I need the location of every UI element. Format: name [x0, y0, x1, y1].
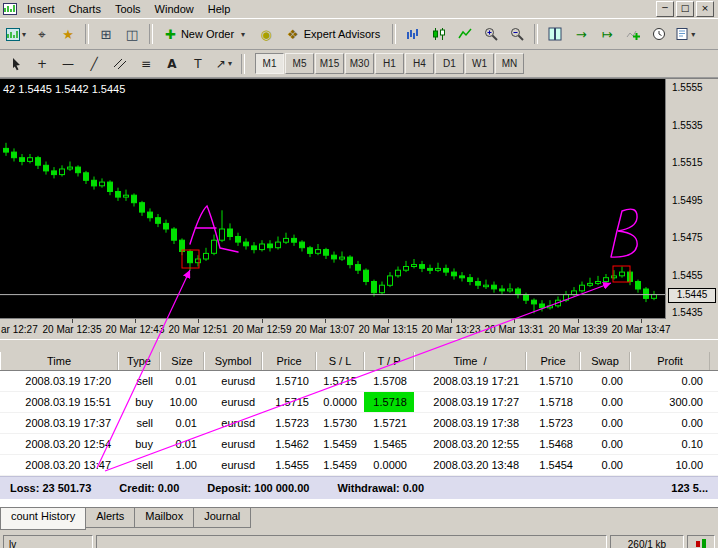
zoom-out-button[interactable] — [505, 22, 529, 46]
column-header-5[interactable]: S / L — [316, 352, 364, 370]
column-header-8[interactable]: Price — [526, 352, 580, 370]
candle-body — [436, 268, 441, 270]
tab-alerts[interactable]: Alerts — [85, 508, 135, 528]
panel-splitter[interactable] — [0, 339, 718, 352]
cell: 2008.03.19 15:51 — [0, 392, 118, 412]
chart-shift-button[interactable]: ↦ — [595, 22, 619, 46]
timeframe-h1-button[interactable]: H1 — [375, 53, 404, 74]
history-row[interactable]: 2008.03.19 17:37sell0.01eurusd1.57231.57… — [0, 413, 718, 434]
menu-window[interactable]: Window — [148, 2, 201, 16]
menu-help[interactable]: Help — [201, 2, 238, 16]
candle-body — [4, 148, 9, 152]
timeframe-d1-button[interactable]: D1 — [435, 53, 464, 74]
horizontal-line-tool-button[interactable]: — — [56, 54, 80, 74]
crosshair-tool-button[interactable]: + — [30, 54, 54, 74]
cell: 0.01 — [160, 371, 204, 391]
candle-body — [564, 295, 569, 301]
column-header-6[interactable]: T / P — [364, 352, 414, 370]
candle-body — [476, 282, 481, 286]
column-header-3[interactable]: Symbol — [204, 352, 262, 370]
column-header-0[interactable]: Time — [0, 352, 118, 370]
timeframe-m15-button[interactable]: M15 — [315, 53, 344, 74]
pointer-tool-button[interactable] — [4, 54, 28, 74]
cell: sell — [118, 413, 160, 433]
candle-body — [156, 218, 161, 224]
bar-chart-button[interactable] — [401, 22, 425, 46]
tile-windows-button[interactable] — [543, 22, 567, 46]
column-header-9[interactable]: Swap — [580, 352, 630, 370]
new-chart-button[interactable]: ▾ — [4, 22, 28, 46]
periods-button[interactable] — [647, 22, 671, 46]
cell: eurusd — [204, 455, 262, 475]
history-row[interactable]: 2008.03.20 13:47sell1.00eurusd1.54551.54… — [0, 455, 718, 476]
history-row[interactable]: 2008.03.20 12:54buy0.01eurusd1.54621.545… — [0, 434, 718, 455]
timeframe-m30-button[interactable]: M30 — [345, 53, 374, 74]
chart-window: 42 1.5445 1.5442 1.5445 1.54351.54551.54… — [0, 78, 718, 339]
templates-button[interactable]: ▾ — [673, 22, 697, 46]
fibonacci-retracement-tool-button[interactable]: ≡ — [134, 54, 158, 74]
menu-charts[interactable]: Charts — [62, 2, 108, 16]
zoom-in-button[interactable] — [479, 22, 503, 46]
column-header-2[interactable]: Size — [160, 352, 204, 370]
navigator-button[interactable]: ⊞ — [94, 22, 118, 46]
menu-tools[interactable]: Tools — [108, 2, 148, 16]
chart-system-icon[interactable] — [2, 2, 18, 16]
candlestick-plot[interactable] — [0, 79, 666, 319]
timeframe-w1-button[interactable]: W1 — [465, 53, 494, 74]
candle-body — [396, 270, 401, 276]
trendline-tool-button[interactable]: ╱ — [82, 54, 106, 74]
cell: sell — [118, 455, 160, 475]
timeframe-h4-button[interactable]: H4 — [405, 53, 434, 74]
close-button[interactable]: × — [696, 1, 714, 17]
history-row[interactable]: 2008.03.19 17:20sell0.01eurusd1.57101.57… — [0, 371, 718, 392]
timeframe-m1-button[interactable]: M1 — [255, 53, 284, 74]
chart-toolbar: +—╱≡AT↗▾ M1M5M15M30H1H4D1W1MN — [0, 50, 718, 78]
toolbar-separator — [534, 24, 538, 44]
timeframe-mn-button[interactable]: MN — [495, 53, 524, 74]
equidistant-channel-tool-button[interactable] — [108, 54, 132, 74]
candle-body — [652, 295, 657, 299]
candle-body — [492, 285, 497, 289]
data-window-icon: ◫ — [126, 28, 138, 41]
candle-body — [548, 306, 553, 308]
text-tool-button[interactable]: A — [160, 54, 184, 74]
candlestick-chart-button[interactable] — [427, 22, 451, 46]
cell: 1.5721 — [364, 413, 414, 433]
column-header-4[interactable]: Price — [262, 352, 316, 370]
indicators-button[interactable] — [621, 22, 645, 46]
expert-advisors-button[interactable]: ❖Expert Advisors — [280, 22, 387, 46]
line-chart-button[interactable] — [453, 22, 477, 46]
tab-mailbox[interactable]: Mailbox — [134, 508, 194, 528]
price-axis[interactable]: 1.54351.54551.54751.54951.55151.55351.55… — [665, 79, 718, 339]
restore-button[interactable]: □ — [676, 1, 694, 17]
timeframe-m5-button[interactable]: M5 — [285, 53, 314, 74]
column-header-7[interactable]: Time / — [414, 352, 526, 370]
candle-body — [372, 282, 377, 293]
candle-body — [340, 257, 345, 259]
column-header-1[interactable]: Type — [118, 352, 160, 370]
cell: eurusd — [204, 413, 262, 433]
data-window-button[interactable]: ◫ — [120, 22, 144, 46]
tab-count-history[interactable]: count History — [0, 508, 86, 530]
minimize-button[interactable]: ─ — [656, 1, 674, 17]
candle-body — [36, 158, 41, 166]
periods-icon — [652, 27, 666, 41]
main-toolbar: ▾⌖★⊞◫✚New Order▾◉❖Expert Advisors→↦▾ — [0, 18, 718, 50]
toolbar-separator — [149, 24, 153, 44]
auto-scroll-button[interactable]: → — [569, 22, 593, 46]
column-header-10[interactable]: Profit — [630, 352, 710, 370]
history-row[interactable]: 2008.03.19 15:51buy10.00eurusd1.57150.00… — [0, 392, 718, 413]
text-label-tool-button[interactable]: T — [186, 54, 210, 74]
cell: 0.00 — [580, 434, 630, 454]
market-watch-button[interactable]: ★ — [56, 22, 80, 46]
time-axis[interactable]: ar 12:2720 Mar 12:3520 Mar 12:4320 Mar 1… — [0, 318, 666, 339]
cell: 1.5454 — [526, 455, 580, 475]
tab-journal[interactable]: Journal — [193, 508, 251, 528]
cell: 0.01 — [160, 434, 204, 454]
arrows-tool-button[interactable]: ↗▾ — [212, 54, 236, 74]
cell: 2008.03.19 17:37 — [0, 413, 118, 433]
profiles-button[interactable]: ⌖ — [30, 22, 54, 46]
new-order-button[interactable]: ✚New Order▾ — [158, 22, 252, 46]
menu-insert[interactable]: Insert — [20, 2, 62, 16]
metaeditor-button[interactable]: ◉ — [254, 22, 278, 46]
